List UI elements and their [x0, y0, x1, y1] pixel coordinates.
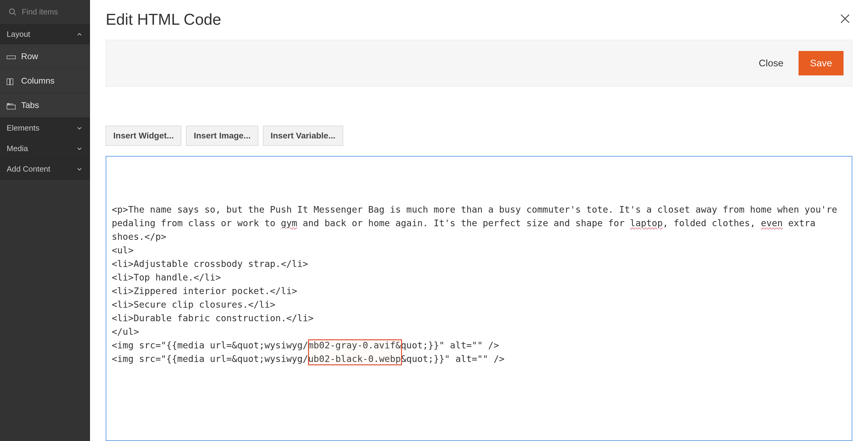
svg-line-1	[14, 13, 16, 15]
insert-image-button[interactable]: Insert Image...	[186, 126, 258, 146]
sidebar-search	[0, 0, 90, 24]
page-header: Edit HTML Code	[106, 10, 852, 28]
insert-widget-button[interactable]: Insert Widget...	[106, 126, 181, 146]
section-label: Elements	[7, 123, 39, 133]
sidebar-section-layout: Layout Row	[0, 24, 90, 118]
tabs-icon	[7, 102, 16, 109]
chevron-down-icon	[76, 145, 83, 152]
code-line: <li>Zippered interior pocket.</li>	[112, 284, 846, 298]
sidebar-item-row[interactable]: Row	[0, 44, 90, 69]
action-bar: Close Save	[106, 40, 852, 87]
section-label: Media	[7, 144, 28, 153]
svg-rect-3	[7, 79, 10, 85]
editor-toolbar: Insert Widget... Insert Image... Insert …	[106, 126, 852, 146]
sidebar-item-label: Row	[21, 52, 38, 61]
code-line: <ul>	[112, 243, 846, 257]
page-title: Edit HTML Code	[106, 10, 221, 28]
columns-icon	[7, 77, 16, 84]
row-icon	[7, 53, 16, 60]
html-code-editor[interactable]: <p>The name says so, but the Push It Mes…	[106, 156, 852, 441]
insert-variable-button[interactable]: Insert Variable...	[263, 126, 343, 146]
close-icon	[839, 13, 851, 26]
section-label: Layout	[7, 30, 30, 39]
main: Edit HTML Code Close Save Insert Widget.…	[90, 0, 868, 441]
sidebar-section-header-elements[interactable]: Elements	[0, 118, 90, 138]
close-action-button[interactable]: Close	[750, 51, 793, 75]
sidebar-section-add-content: Add Content	[0, 159, 90, 179]
code-line: <li>Secure clip closures.</li>	[112, 298, 846, 311]
code-line: <li>Adjustable crossbody strap.</li>	[112, 257, 846, 271]
save-button[interactable]: Save	[799, 51, 843, 75]
sidebar-section-media: Media	[0, 138, 90, 159]
code-line: <img src="{{media url=&quot;wysiwyg/mb02…	[112, 338, 846, 352]
sidebar-section-header-media[interactable]: Media	[0, 138, 90, 159]
sidebar-item-tabs[interactable]: Tabs	[0, 93, 90, 117]
svg-point-0	[10, 9, 14, 13]
chevron-down-icon	[76, 125, 83, 132]
search-input[interactable]	[22, 7, 81, 16]
svg-rect-4	[10, 79, 13, 85]
close-button[interactable]	[838, 12, 852, 27]
code-line: </ul>	[112, 325, 846, 338]
sidebar-section-header-layout[interactable]: Layout	[0, 24, 90, 44]
code-line: <li>Top handle.</li>	[112, 271, 846, 284]
code-line: <li>Durable fabric construction.</li>	[112, 311, 846, 325]
code-line: <img src="{{media url=&quot;wysiwyg/ub02…	[112, 352, 846, 366]
svg-rect-7	[7, 105, 16, 109]
search-icon	[8, 8, 17, 16]
sidebar-item-label: Tabs	[21, 100, 39, 110]
code-line: <p>The name says so, but the Push It Mes…	[112, 203, 846, 243]
sidebar: Layout Row	[0, 0, 90, 441]
sidebar-section-header-add-content[interactable]: Add Content	[0, 159, 90, 179]
sidebar-section-elements: Elements	[0, 118, 90, 138]
svg-rect-2	[7, 56, 16, 59]
section-label: Add Content	[7, 164, 51, 174]
chevron-down-icon	[76, 166, 83, 173]
sidebar-item-label: Columns	[21, 76, 54, 86]
sidebar-item-columns[interactable]: Columns	[0, 69, 90, 93]
chevron-up-icon	[76, 31, 83, 38]
